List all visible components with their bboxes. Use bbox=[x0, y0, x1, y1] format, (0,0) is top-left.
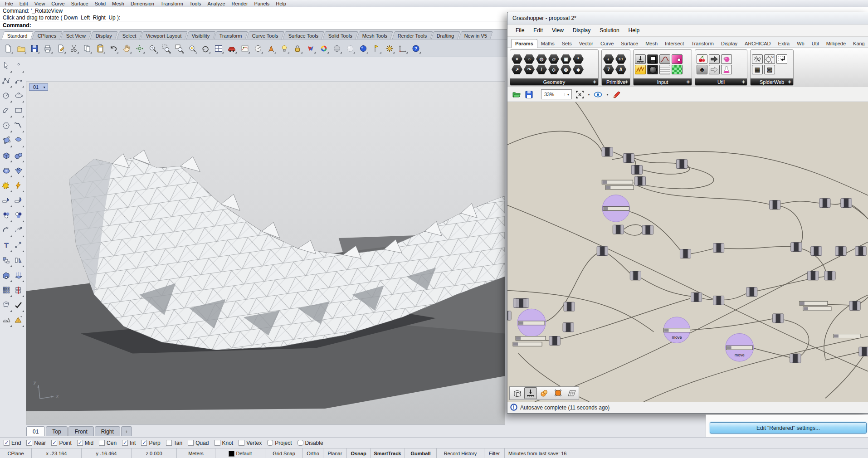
gh-component[interactable] bbox=[676, 160, 687, 169]
surface-patch-icon[interactable] bbox=[13, 133, 24, 148]
gh-component[interactable] bbox=[630, 271, 641, 280]
gh-component[interactable] bbox=[746, 287, 757, 297]
gh-slider[interactable] bbox=[834, 334, 861, 338]
menu-edit[interactable]: Edit bbox=[16, 1, 31, 6]
toolbar-tab-visibility[interactable]: Visibility bbox=[186, 31, 215, 39]
fillet-curve-icon[interactable] bbox=[0, 223, 12, 238]
expand-plus-icon[interactable]: ✚ bbox=[593, 80, 596, 84]
control-points-icon[interactable] bbox=[13, 238, 24, 253]
util-tree-icon[interactable]: ♣ bbox=[697, 65, 707, 74]
help-icon[interactable]: ? bbox=[410, 43, 421, 54]
gh-slider[interactable] bbox=[516, 336, 546, 341]
toolbar-tab-drafting[interactable]: Drafting bbox=[431, 31, 460, 39]
gh-slider[interactable] bbox=[518, 321, 545, 325]
polygon-icon[interactable] bbox=[0, 118, 12, 133]
status-osnap[interactable]: Osnap bbox=[347, 448, 371, 458]
menu-curve[interactable]: Curve bbox=[48, 1, 68, 6]
toolbar-tab-display[interactable]: Display bbox=[90, 31, 118, 39]
toolbar-tab-render-tools[interactable]: Render Tools bbox=[392, 31, 433, 39]
util-galapagos-icon[interactable] bbox=[721, 54, 732, 64]
status-default[interactable]: Default bbox=[215, 448, 265, 458]
menu-mesh[interactable]: Mesh bbox=[109, 1, 127, 6]
section-icon[interactable] bbox=[13, 283, 24, 297]
gh-component[interactable] bbox=[602, 147, 613, 156]
status-z-0-000[interactable]: z 0.000 bbox=[132, 448, 177, 458]
geometry-null-icon[interactable]: × bbox=[512, 54, 522, 64]
menu-render[interactable]: Render bbox=[229, 1, 251, 6]
polyline-icon[interactable] bbox=[0, 73, 12, 88]
undo-icon[interactable] bbox=[108, 43, 119, 54]
osnap-point-checkbox[interactable]: ✓ bbox=[51, 440, 57, 446]
osnap-knot-checkbox[interactable] bbox=[215, 440, 220, 446]
osnap-knot[interactable]: Knot bbox=[215, 440, 234, 446]
copy-icon[interactable] bbox=[82, 43, 93, 54]
osnap-end[interactable]: ✓End bbox=[4, 440, 21, 446]
lightbulb-icon[interactable] bbox=[279, 43, 290, 54]
gh-menu-file[interactable]: File bbox=[511, 27, 529, 34]
primitive-number-icon[interactable]: 0.1 bbox=[615, 54, 626, 64]
gh-tab-transform[interactable]: Transform bbox=[688, 39, 717, 48]
cplane-axes-icon[interactable] bbox=[397, 43, 408, 54]
gh-component[interactable] bbox=[849, 301, 860, 310]
status-smarttrack[interactable]: SmartTrack bbox=[371, 448, 405, 458]
geometry-point-icon[interactable]: ◇ bbox=[548, 65, 559, 74]
expand-plus-icon[interactable]: ✚ bbox=[624, 80, 628, 84]
gh-tab-archicad[interactable]: ARCHICAD bbox=[741, 39, 774, 48]
explode-icon[interactable] bbox=[0, 178, 12, 193]
split-icon[interactable] bbox=[13, 193, 24, 208]
osnap-cen-checkbox[interactable] bbox=[99, 440, 105, 446]
expand-plus-icon[interactable]: ✚ bbox=[788, 80, 791, 84]
print-icon[interactable] bbox=[42, 43, 53, 54]
gh-menu-solution[interactable]: Solution bbox=[595, 27, 624, 34]
gh-tab-util[interactable]: Util bbox=[808, 39, 823, 48]
gh-tab-sets[interactable]: Sets bbox=[558, 39, 575, 48]
geometry-curve-icon[interactable]: ↷ bbox=[524, 65, 535, 74]
status-y-16-464[interactable]: y -16.464 bbox=[82, 448, 132, 458]
gh-tab-display[interactable]: Display bbox=[717, 39, 741, 48]
gh-tab-wb[interactable]: Wb bbox=[793, 39, 808, 48]
solid-edit-icon[interactable] bbox=[0, 268, 12, 283]
gh-component[interactable] bbox=[613, 225, 624, 234]
input-panel-icon[interactable] bbox=[659, 65, 670, 74]
zoom-dynamic-icon[interactable] bbox=[147, 43, 158, 54]
paste-icon[interactable] bbox=[95, 43, 106, 54]
gh-tab-curve[interactable]: Curve bbox=[597, 39, 617, 48]
gh-component[interactable] bbox=[855, 247, 866, 256]
circle-icon[interactable] bbox=[0, 88, 12, 103]
gh-slider[interactable] bbox=[513, 342, 542, 346]
copy-object-icon[interactable] bbox=[0, 253, 12, 268]
menu-transform[interactable]: Transform bbox=[157, 1, 186, 6]
menu-tools[interactable]: Tools bbox=[186, 1, 205, 6]
sphere-ghosted-icon[interactable] bbox=[345, 43, 356, 54]
menu-dimension[interactable]: Dimension bbox=[127, 1, 157, 6]
gh-slider[interactable] bbox=[605, 185, 634, 190]
preview-eye-icon[interactable] bbox=[593, 89, 603, 99]
status-x-23-164[interactable]: x -23.164 bbox=[32, 448, 82, 458]
open-file-icon[interactable] bbox=[16, 43, 27, 54]
edit-text-icon[interactable] bbox=[55, 43, 66, 54]
toolbar-tab-mesh-tools[interactable]: Mesh Tools bbox=[356, 31, 393, 39]
preview-mesh-icon[interactable] bbox=[565, 387, 578, 399]
menu-help[interactable]: Help bbox=[273, 1, 289, 6]
check-icon[interactable] bbox=[13, 297, 24, 312]
geometry-circle-icon[interactable]: ○ bbox=[524, 54, 535, 64]
text-object-icon[interactable]: T bbox=[0, 238, 12, 253]
primitive-text-icon[interactable]: A bbox=[615, 65, 626, 74]
toolbar-tab-curve-tools[interactable]: Curve Tools bbox=[246, 31, 284, 39]
util-flask-icon[interactable] bbox=[721, 65, 732, 74]
gh-tab-millipede[interactable]: Millipede bbox=[823, 39, 849, 48]
gh-component[interactable] bbox=[549, 336, 560, 346]
traffic-cone-icon[interactable] bbox=[266, 43, 277, 54]
status-record-history[interactable]: Record History bbox=[437, 448, 484, 458]
preview-shaded-icon[interactable] bbox=[538, 387, 551, 399]
mirror-icon[interactable] bbox=[13, 253, 24, 268]
blend-curve-icon[interactable] bbox=[13, 118, 24, 133]
gh-component[interactable] bbox=[835, 247, 846, 256]
gh-component[interactable] bbox=[790, 354, 801, 363]
gh-component[interactable] bbox=[770, 200, 780, 210]
osnap-perp-checkbox[interactable]: ✓ bbox=[141, 440, 147, 446]
toolbar-tab-standard[interactable]: Standard bbox=[1, 31, 34, 39]
osnap-project-checkbox[interactable] bbox=[267, 440, 273, 446]
solid-box-icon[interactable] bbox=[0, 148, 12, 163]
zoom-level-select[interactable]: 33% ▼ bbox=[541, 89, 572, 99]
